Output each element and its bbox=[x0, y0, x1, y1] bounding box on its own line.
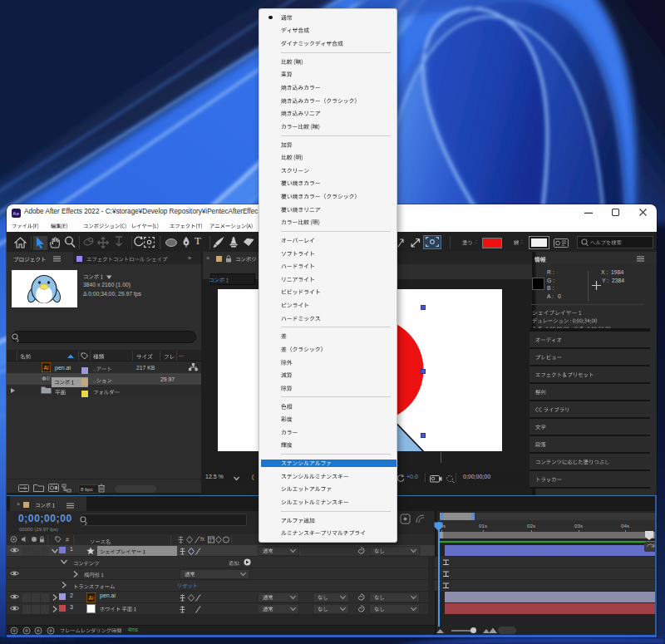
svg-text:Ai: Ai bbox=[89, 595, 94, 601]
svg-text:Ai: Ai bbox=[44, 365, 49, 371]
